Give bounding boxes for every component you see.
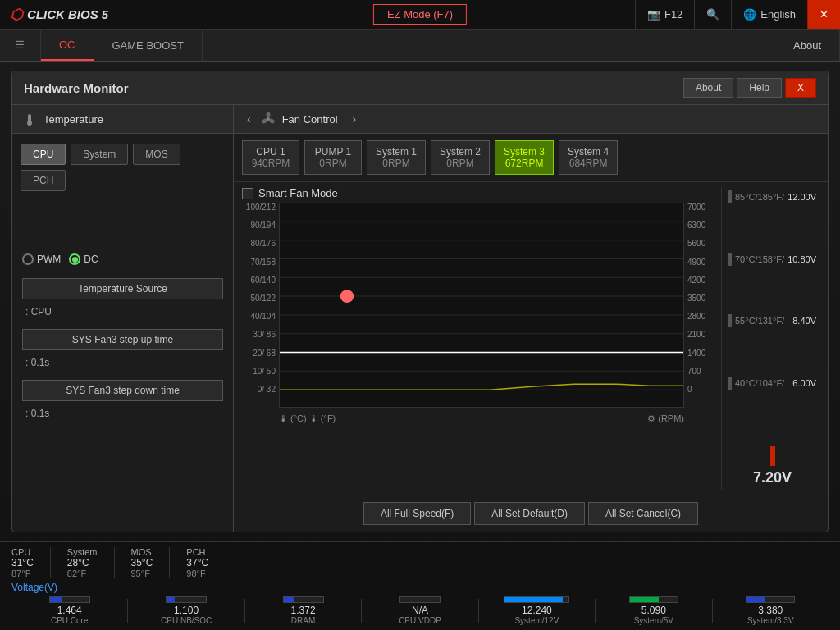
step-up-button[interactable]: SYS Fan3 step up time [22,329,223,350]
voltage-bar-1 [728,190,732,203]
dc-label: DC [84,253,98,265]
camera-icon: 📷 [647,8,660,21]
temperature-display: PWM DC Temperature Source : CPU SYS Fan3… [12,198,233,532]
cpu-temp-readout: CPU 31°C 87°F [11,547,51,578]
search-button[interactable]: 🔍 [694,0,731,29]
system5v-bar [629,596,678,603]
topbar-right: 📷 F12 🔍 🌐 English ✕ [635,0,840,29]
menu-icon[interactable]: ☰ [0,30,41,61]
svg-point-16 [340,290,354,303]
tab-pch[interactable]: PCH [21,170,66,191]
voltage-row-2: 70°C/158°F/ 10.80V [728,253,816,266]
f12-label: F12 [664,8,682,21]
dc-option[interactable]: DC [69,253,98,265]
fan-nav-next[interactable]: › [349,112,360,126]
hw-monitor-buttons: About Help X [683,78,816,98]
rpm-icon: ⚙ (RPM) [647,413,684,424]
nav-about[interactable]: About [775,30,840,61]
all-set-default-button[interactable]: All Set Default(D) [474,502,585,525]
chart-legend: 🌡 (°C) 🌡 (°F) ⚙ (RPM) [279,410,684,424]
temp-source-value: : CPU [22,306,223,317]
pwm-option[interactable]: PWM [22,253,61,265]
fan-slot-system4[interactable]: System 4 684RPM [559,140,618,175]
fan-slot-cpu1[interactable]: CPU 1 940RPM [242,140,299,175]
mos-temp-readout: MOS 35°C 95°F [131,547,171,578]
smart-fan-row: Smart Fan Mode [242,187,721,199]
step-down-value: : 0.1s [22,408,223,419]
nav-oc[interactable]: OC [41,30,94,61]
pch-temp-readout: PCH 37°C 98°F [186,547,225,578]
hw-monitor-header: Hardware Monitor About Help X [12,71,828,105]
voltage-readouts: 1.464 CPU Core 1.100 CPU NB/SOC 1.372 DR… [11,596,829,625]
f12-button[interactable]: 📷 F12 [635,0,694,29]
voltage-section-label: Voltage(V) [11,582,829,593]
voltage-row-1: 85°C/185°F/ 12.00V [728,190,816,203]
language-label: English [760,8,796,21]
system12v-bar [504,596,569,603]
system-temp-readout: System 28°C 82°F [67,547,115,578]
temp-source-button[interactable]: Temperature Source [22,278,223,299]
cpu-nb-soc-voltage: 1.100 CPU NB/SOC [128,596,244,625]
all-full-speed-button[interactable]: All Full Speed(F) [363,502,471,525]
search-icon: 🔍 [706,8,719,21]
system12v-voltage: 12.240 System/12V [479,596,595,625]
ez-mode-label: EZ Mode (F7) [387,8,453,21]
close-bios-button[interactable]: ✕ [807,0,840,29]
fan-control-panel: ‹ Fan Control › CPU 1 [234,105,828,532]
voltage-bar-4 [728,377,732,390]
voltage-row-3: 55°C/131°F/ 8.40V [728,314,816,327]
msi-logo: ⬡ CLICK BIOS 5 [0,6,118,24]
system3v3-voltage: 3.380 System/3.3V [713,596,829,625]
temperature-tabs: CPU System MOS PCH [12,134,233,198]
help-button[interactable]: Help [737,78,782,98]
hw-monitor-title: Hardware Monitor [24,81,129,95]
fan-control-label: Fan Control [282,113,338,126]
pwm-radio[interactable] [22,253,34,265]
fan-control-header: ‹ Fan Control › [234,105,828,134]
step-down-button[interactable]: SYS Fan3 step down time [22,380,223,401]
current-voltage-bar [770,446,775,466]
voltage-bar-2 [728,253,732,266]
tab-cpu[interactable]: CPU [21,144,66,165]
about-button[interactable]: About [683,78,733,98]
voltage-bar-3 [728,314,732,327]
close-icon: ✕ [819,8,829,21]
svg-point-3 [266,112,270,118]
dc-radio[interactable] [69,253,80,265]
chart-svg-wrapper [279,203,684,410]
lower-section: CPU 31°C 87°F System 28°C 82°F MOS 35°C … [0,541,840,630]
hardware-monitor-panel: Hardware Monitor About Help X Temp [11,71,829,532]
close-hw-button[interactable]: X [785,78,816,98]
hw-monitor-content: Temperature CPU System MOS PCH PWM [12,105,828,532]
pwm-dc-row: PWM DC [22,253,223,265]
temperature-readouts: CPU 31°C 87°F System 28°C 82°F MOS 35°C … [11,547,829,578]
bottom-action-buttons: All Full Speed(F) All Set Default(D) All… [234,495,828,532]
fan-slot-system2[interactable]: System 2 0RPM [431,140,490,175]
nav-gameboost[interactable]: GAME BOOST [94,30,203,61]
fan-slot-system3[interactable]: System 3 672RPM [495,140,554,175]
cpu-nb-bar [166,596,207,603]
dram-voltage: 1.372 DRAM [245,596,361,625]
main-area: Hardware Monitor About Help X Temp [0,62,840,630]
top-bar: ⬡ CLICK BIOS 5 EZ Mode (F7) 📷 F12 🔍 🌐 En… [0,0,840,30]
step-up-value: : 0.1s [22,357,223,368]
dram-bar [283,596,324,603]
svg-point-1 [27,121,32,126]
cpu-core-bar [49,596,90,603]
all-set-cancel-button[interactable]: All Set Cancel(C) [588,502,698,525]
fan-slot-system1[interactable]: System 1 0RPM [367,140,426,175]
fan-nav-prev[interactable]: ‹ [244,112,254,126]
current-voltage-display: 7.20V [728,446,816,486]
fan-chart[interactable] [279,203,684,408]
smart-fan-label-text: Smart Fan Mode [258,187,338,199]
y-axis-left: 100/212 90/194 80/176 70/158 60/140 50/1… [242,203,279,394]
tab-mos[interactable]: MOS [133,144,180,165]
fan-slot-pump1[interactable]: PUMP 1 0RPM [304,140,362,175]
tab-system[interactable]: System [71,144,128,165]
cpu-vddp-bar [399,596,441,603]
nav-bar: ☰ OC GAME BOOST About [0,30,840,62]
ez-mode-button[interactable]: EZ Mode (F7) [373,4,467,25]
language-button[interactable]: 🌐 English [731,0,807,29]
smart-fan-checkbox[interactable] [242,188,253,199]
system5v-voltage: 5.090 System/5V [596,596,711,625]
